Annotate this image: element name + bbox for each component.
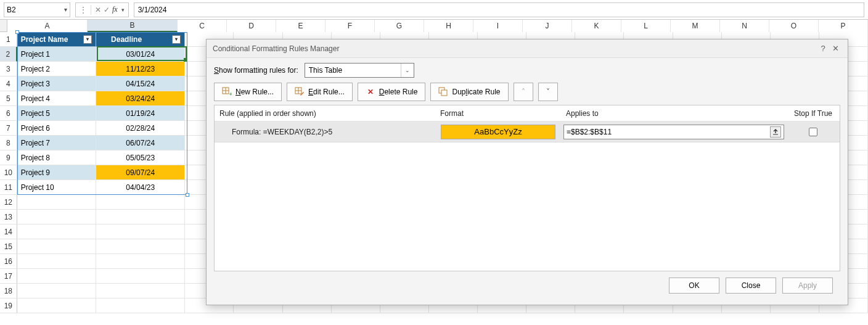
- cell[interactable]: [17, 195, 96, 210]
- select-all-corner[interactable]: [0, 20, 7, 31]
- row-header[interactable]: 17: [0, 269, 17, 284]
- cell[interactable]: Project 7: [17, 136, 96, 150]
- formula-bar[interactable]: 3/1/2024: [134, 2, 864, 17]
- ok-button[interactable]: OK: [669, 278, 719, 294]
- scope-select[interactable]: This Table ⌄: [305, 63, 414, 78]
- close-icon[interactable]: ✕: [829, 44, 841, 53]
- row-header[interactable]: 8: [0, 136, 17, 150]
- column-header[interactable]: H: [424, 20, 473, 32]
- cell[interactable]: Project 6: [17, 121, 96, 136]
- cell[interactable]: 09/07/24: [96, 165, 185, 180]
- cell[interactable]: [17, 239, 96, 254]
- column-header[interactable]: K: [572, 20, 621, 32]
- cell[interactable]: [17, 210, 96, 224]
- column-header[interactable]: M: [671, 20, 720, 32]
- apply-button[interactable]: Apply: [782, 278, 833, 294]
- row-header[interactable]: 3: [0, 62, 17, 76]
- column-header[interactable]: P: [819, 20, 868, 32]
- column-header[interactable]: I: [473, 20, 523, 32]
- cell[interactable]: 03/24/24: [96, 91, 185, 106]
- row-header[interactable]: 16: [0, 254, 17, 269]
- delete-rule-button[interactable]: ✕ Delete Rule: [358, 83, 426, 101]
- cell[interactable]: 04/15/24: [96, 76, 185, 91]
- close-button[interactable]: Close: [726, 278, 776, 294]
- new-rule-button[interactable]: ＋ New Rule...: [214, 83, 282, 101]
- row-header[interactable]: 5: [0, 91, 17, 106]
- cell[interactable]: Project 8: [17, 150, 96, 165]
- cell[interactable]: [96, 224, 185, 239]
- row-header[interactable]: 12: [0, 195, 17, 210]
- cell[interactable]: Project 4: [17, 91, 96, 106]
- cell[interactable]: [17, 284, 96, 298]
- chevron-down-icon[interactable]: ▾: [64, 6, 67, 13]
- row-header[interactable]: 11: [0, 180, 17, 195]
- move-down-button[interactable]: ˅: [538, 83, 558, 101]
- cell[interactable]: [96, 254, 185, 269]
- column-header[interactable]: E: [276, 20, 326, 32]
- cell[interactable]: Project 10: [17, 180, 96, 195]
- cell[interactable]: [17, 298, 96, 313]
- cell[interactable]: [96, 239, 185, 254]
- row-header[interactable]: 18: [0, 284, 17, 298]
- filter-dropdown-icon[interactable]: ▾: [83, 35, 92, 44]
- cell[interactable]: Project 3: [17, 76, 96, 91]
- column-header[interactable]: D: [227, 20, 276, 32]
- filter-dropdown-icon[interactable]: ▾: [172, 35, 181, 44]
- row-header[interactable]: 10: [0, 165, 17, 180]
- accept-icon[interactable]: ✓: [104, 6, 110, 14]
- cell[interactable]: Project 9: [17, 165, 96, 180]
- row-header[interactable]: 7: [0, 121, 17, 136]
- conditional-formatting-dialog: Conditional Formatting Rules Manager ? ✕…: [206, 39, 848, 305]
- cell[interactable]: 05/05/23: [96, 150, 185, 165]
- cell[interactable]: 06/07/24: [96, 136, 185, 150]
- fx-icon[interactable]: fx: [112, 5, 118, 14]
- row-header[interactable]: 1: [0, 32, 17, 47]
- row-header[interactable]: 13: [0, 210, 17, 224]
- cell[interactable]: Project Name▾: [17, 32, 96, 47]
- cell[interactable]: [17, 254, 96, 269]
- move-up-button[interactable]: ˄: [514, 83, 533, 101]
- column-header[interactable]: B: [88, 20, 178, 32]
- row-header[interactable]: 6: [0, 106, 17, 121]
- chevron-down-icon[interactable]: ▾: [121, 7, 125, 13]
- row-header[interactable]: 15: [0, 239, 17, 254]
- row-header[interactable]: 14: [0, 224, 17, 239]
- cell[interactable]: Deadline▾: [96, 32, 185, 47]
- cell[interactable]: 01/19/24: [96, 106, 185, 121]
- row-header[interactable]: 19: [0, 298, 17, 313]
- cell[interactable]: [17, 269, 96, 284]
- duplicate-rule-button[interactable]: Duplicate Rule: [430, 83, 508, 101]
- cell[interactable]: [96, 269, 185, 284]
- column-header[interactable]: J: [523, 20, 572, 32]
- cell[interactable]: [96, 284, 185, 298]
- column-header[interactable]: F: [326, 20, 375, 32]
- cancel-icon[interactable]: ✕: [95, 6, 101, 14]
- column-header[interactable]: A: [7, 20, 88, 32]
- row-header[interactable]: 4: [0, 76, 17, 91]
- stop-if-true-checkbox[interactable]: [809, 128, 817, 136]
- column-header[interactable]: L: [621, 20, 671, 32]
- cell[interactable]: 04/04/23: [96, 180, 185, 195]
- column-header[interactable]: N: [720, 20, 769, 32]
- cell[interactable]: Project 1: [17, 47, 96, 62]
- column-header[interactable]: O: [769, 20, 819, 32]
- cell[interactable]: [96, 210, 185, 224]
- name-box[interactable]: B2 ▾: [4, 2, 70, 17]
- cell[interactable]: 03/01/24: [96, 47, 185, 62]
- row-header[interactable]: 9: [0, 150, 17, 165]
- cell[interactable]: [17, 224, 96, 239]
- cell[interactable]: Project 5: [17, 106, 96, 121]
- row-header[interactable]: 2: [0, 47, 17, 62]
- range-picker-icon[interactable]: [770, 126, 781, 138]
- rule-row[interactable]: Formula: =WEEKDAY(B2,2)>5 AaBbCcYyZz =$B…: [215, 121, 840, 142]
- edit-rule-button[interactable]: Edit Rule...: [287, 83, 353, 101]
- cell[interactable]: Project 2: [17, 62, 96, 76]
- help-icon[interactable]: ?: [817, 44, 829, 53]
- cell[interactable]: [96, 298, 185, 313]
- column-header[interactable]: G: [375, 20, 424, 32]
- column-header[interactable]: C: [178, 20, 227, 32]
- cell[interactable]: [96, 195, 185, 210]
- cell[interactable]: 02/28/24: [96, 121, 185, 136]
- applies-to-input[interactable]: =$B$2:$B$11: [563, 125, 784, 139]
- cell[interactable]: 11/12/23: [96, 62, 185, 76]
